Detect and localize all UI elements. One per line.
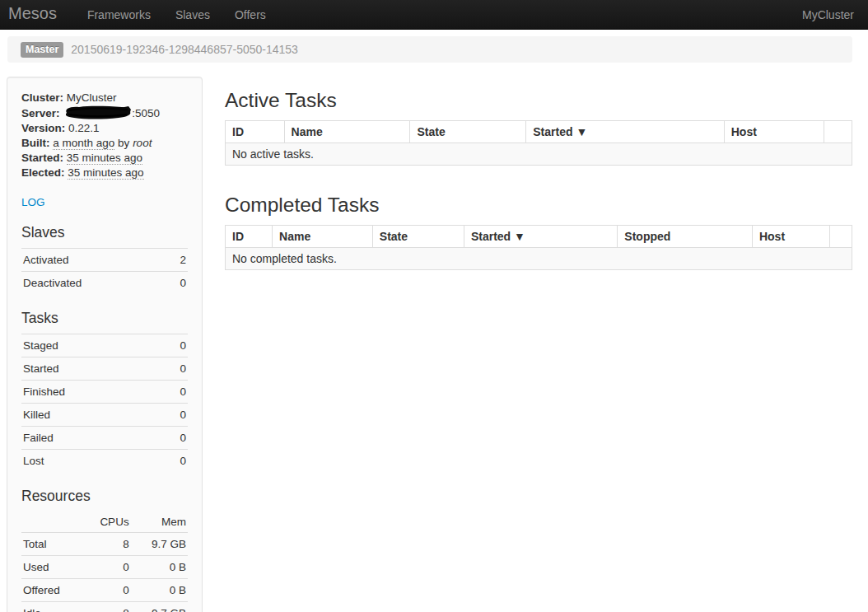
- stat-label: Lost: [21, 450, 159, 473]
- resource-row: Idle89.7 GB: [21, 602, 188, 612]
- cluster-info-panel: Cluster: MyCluster Server: :5050 Version…: [7, 77, 203, 612]
- built-label: Built:: [21, 137, 50, 149]
- resource-row: Offered00 B: [21, 579, 188, 602]
- resource-row: Used00 B: [21, 556, 188, 579]
- elected-label: Elected:: [21, 166, 65, 179]
- stat-row: Started0: [21, 357, 188, 381]
- started-line: Started: 35 minutes ago: [21, 151, 188, 166]
- active-tasks-empty-message: No active tasks.: [226, 143, 852, 166]
- brand-link-mesos[interactable]: Mesos: [0, 4, 75, 25]
- resource-value: 9.7 GB: [131, 602, 188, 612]
- stat-row: Activated2: [21, 249, 188, 272]
- column-header-stopped[interactable]: Stopped: [618, 226, 753, 248]
- built-by-word: by: [118, 137, 129, 149]
- completed-tasks-table: IDNameStateStarted ▼StoppedHost No compl…: [225, 225, 852, 270]
- active-tasks-empty-row: No active tasks.: [226, 143, 852, 166]
- stat-label: Deactivated: [21, 272, 166, 295]
- started-value: 35 minutes ago: [67, 152, 142, 165]
- active-tasks-header-row: IDNameStateStarted ▼Host: [226, 121, 852, 143]
- stat-value: 0: [159, 381, 188, 404]
- log-link[interactable]: LOG: [21, 196, 45, 208]
- stat-value: 2: [166, 249, 188, 272]
- resource-label: Offered: [21, 579, 82, 602]
- resource-value: 9.7 GB: [131, 533, 188, 556]
- completed-tasks-empty-message: No completed tasks.: [226, 248, 852, 270]
- resource-value: 0 B: [131, 579, 188, 602]
- master-id: 20150619-192346-1298446857-5050-14153: [71, 43, 298, 56]
- column-header-state[interactable]: State: [372, 226, 464, 248]
- column-header-state[interactable]: State: [410, 121, 526, 143]
- active-tasks-table: IDNameStateStarted ▼Host No active tasks…: [225, 120, 852, 166]
- resource-value: 0: [82, 579, 130, 602]
- resources-column-empty: [21, 512, 82, 533]
- stat-label: Activated: [21, 249, 166, 272]
- column-header-host[interactable]: Host: [724, 121, 824, 143]
- slaves-stat-table: Activated2Deactivated0: [21, 248, 188, 294]
- server-redaction-scribble: [63, 105, 132, 119]
- resources-column-cpus: CPUs: [82, 512, 130, 533]
- elected-line: Elected: 35 minutes ago: [21, 166, 188, 180]
- version-label: Version:: [21, 122, 65, 134]
- stat-label: Killed: [21, 404, 159, 427]
- main-content: Active Tasks IDNameStateStarted ▼Host No…: [225, 77, 852, 270]
- resources-section-title: Resources: [21, 488, 188, 505]
- stat-value: 0: [159, 427, 188, 450]
- master-badge: Master: [21, 42, 63, 58]
- column-header-name[interactable]: Name: [284, 121, 410, 143]
- resource-value: 8: [82, 533, 130, 556]
- stat-row: Killed0: [21, 404, 188, 427]
- column-header-started[interactable]: Started ▼: [464, 226, 617, 248]
- version-line: Version: 0.22.1: [21, 121, 188, 136]
- stat-row: Failed0: [21, 427, 188, 450]
- stat-row: Deactivated0: [21, 272, 188, 295]
- stat-value: 0: [159, 357, 188, 381]
- resource-row: Total89.7 GB: [21, 533, 188, 556]
- resources-header-row: CPUsMem: [21, 512, 188, 533]
- slaves-section-title: Slaves: [21, 224, 188, 241]
- nav-link-slaves[interactable]: Slaves: [163, 8, 222, 21]
- breadcrumb: Master 20150619-192346-1298446857-5050-1…: [7, 36, 852, 63]
- cluster-line: Cluster: MyCluster: [21, 91, 188, 105]
- column-header-host[interactable]: Host: [752, 226, 829, 248]
- stat-label: Started: [21, 357, 159, 381]
- tasks-stat-table: Staged0Started0Finished0Killed0Failed0Lo…: [21, 334, 188, 472]
- server-label: Server:: [21, 107, 60, 119]
- cluster-value: MyCluster: [67, 91, 117, 104]
- column-header-empty: [830, 226, 852, 248]
- stat-value: 0: [159, 450, 188, 473]
- nav-link-frameworks[interactable]: Frameworks: [75, 8, 163, 21]
- built-user: root: [133, 137, 152, 149]
- server-line: Server: :5050: [21, 105, 188, 121]
- column-header-name[interactable]: Name: [273, 226, 373, 248]
- completed-tasks-header-row: IDNameStateStarted ▼StoppedHost: [226, 226, 852, 248]
- cluster-label: Cluster:: [21, 91, 63, 104]
- stat-label: Failed: [21, 427, 159, 450]
- completed-tasks-empty-row: No completed tasks.: [226, 248, 852, 270]
- stat-label: Staged: [21, 334, 159, 357]
- navbar-cluster-name: MyCluster: [802, 8, 868, 21]
- tasks-section-title: Tasks: [21, 310, 188, 327]
- resource-label: Total: [21, 533, 82, 556]
- completed-tasks-title: Completed Tasks: [225, 193, 852, 217]
- column-header-started[interactable]: Started ▼: [526, 121, 724, 143]
- nav-link-offers[interactable]: Offers: [222, 8, 278, 21]
- top-navbar: Mesos Frameworks Slaves Offers MyCluster: [0, 0, 868, 30]
- stat-row: Lost0: [21, 450, 188, 473]
- stat-value: 0: [159, 334, 188, 357]
- resources-table: CPUsMem Total89.7 GBUsed00 BOffered00 BI…: [21, 512, 188, 612]
- resources-column-mem: Mem: [131, 512, 188, 533]
- version-value: 0.22.1: [68, 122, 100, 134]
- stat-row: Staged0: [21, 334, 188, 357]
- column-header-id[interactable]: ID: [226, 121, 285, 143]
- resource-label: Idle: [21, 602, 82, 612]
- started-label: Started:: [21, 152, 63, 164]
- stat-label: Finished: [21, 381, 159, 404]
- elected-value: 35 minutes ago: [68, 166, 143, 180]
- stat-row: Finished0: [21, 381, 188, 404]
- column-header-id[interactable]: ID: [226, 226, 273, 248]
- column-header-empty: [824, 121, 852, 143]
- server-port: :5050: [132, 107, 160, 119]
- resource-value: 8: [82, 602, 130, 612]
- built-line: Built: a month ago by root: [21, 136, 188, 151]
- resource-value: 0: [82, 556, 130, 579]
